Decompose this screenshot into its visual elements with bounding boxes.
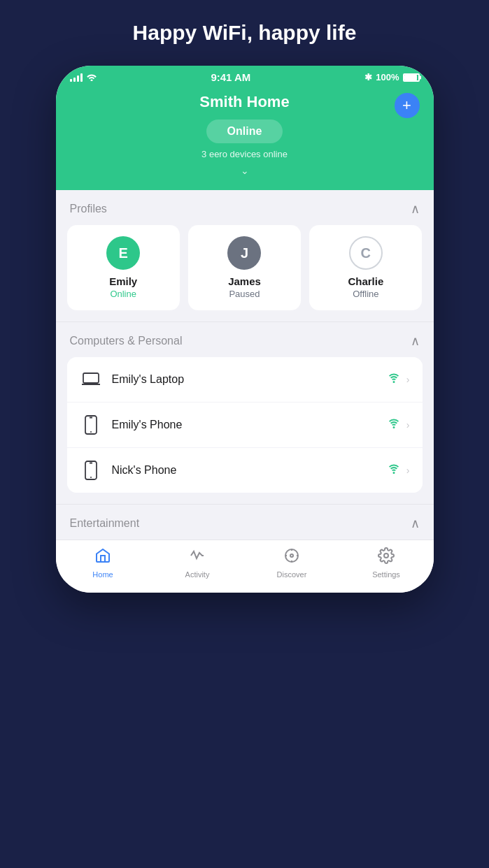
svg-point-6 — [90, 477, 92, 478]
profile-status-emily: Online — [110, 289, 136, 299]
nav-item-activity[interactable]: Activity — [150, 547, 245, 579]
settings-label: Settings — [372, 570, 400, 579]
status-left — [70, 72, 97, 83]
device-item-emilys-phone[interactable]: Emily's Phone › — [67, 403, 423, 448]
nav-item-settings[interactable]: Settings — [339, 547, 434, 579]
discover-icon — [283, 547, 300, 568]
chevron-right-icon-emily-phone: › — [406, 419, 410, 431]
device-list-computers: Emily's Laptop › — [67, 357, 423, 493]
home-icon — [94, 547, 111, 568]
device-name-nicks-phone: Nick's Phone — [112, 464, 387, 477]
wifi-signal-icon-laptop — [387, 372, 401, 387]
chevron-right-icon-nick-phone: › — [406, 465, 410, 476]
activity-icon — [189, 547, 206, 568]
svg-point-13 — [384, 554, 388, 558]
device-right-emilys-laptop: › — [387, 372, 410, 387]
phone-frame: 9:41 AM ✱ 100% Smith Home + Online 3 eer… — [56, 66, 434, 593]
svg-point-7 — [285, 549, 298, 562]
online-badge: Online — [206, 120, 283, 143]
plus-icon: + — [402, 98, 411, 113]
svg-point-8 — [290, 554, 293, 557]
wifi-status-icon — [86, 72, 97, 83]
chevron-right-icon-laptop: › — [406, 374, 410, 385]
profile-status-charlie: Offline — [353, 289, 378, 299]
page-headline: Happy WiFi, happy life — [105, 21, 385, 45]
status-right: ✱ 100% — [364, 72, 419, 82]
profiles-container: E Emily Online J James Paused C Charlie … — [56, 225, 434, 321]
device-right-nicks-phone: › — [387, 463, 410, 478]
profile-card-james[interactable]: J James Paused — [188, 225, 301, 310]
profiles-section-header: Profiles ∧ — [56, 190, 434, 225]
battery-percentage: 100% — [376, 72, 399, 82]
device-item-nicks-phone[interactable]: Nick's Phone › — [67, 448, 423, 493]
computers-collapse-icon[interactable]: ∧ — [411, 333, 420, 349]
bottom-nav: Home Activity Dis — [56, 540, 434, 593]
wifi-signal-icon-emily-phone — [387, 418, 401, 433]
network-name: Smith Home — [199, 93, 289, 111]
profile-name-emily: Emily — [109, 275, 137, 287]
profile-avatar-james: J — [227, 236, 261, 270]
profile-card-charlie[interactable]: C Charlie Offline — [309, 225, 422, 310]
status-bar: 9:41 AM ✱ 100% — [56, 66, 434, 86]
activity-label: Activity — [185, 570, 210, 579]
svg-point-3 — [90, 431, 92, 433]
chevron-down-icon[interactable]: ⌄ — [241, 165, 249, 176]
computers-section: Computers & Personal ∧ Emily's Laptop — [56, 322, 434, 493]
entertainment-section: Entertainment ∧ — [56, 504, 434, 540]
devices-count: 3 eero devices online — [201, 149, 288, 159]
nav-item-home[interactable]: Home — [56, 547, 150, 579]
profiles-section-title: Profiles — [70, 203, 107, 215]
app-header: Smith Home + Online 3 eero devices onlin… — [56, 86, 434, 190]
profile-name-charlie: Charlie — [348, 275, 383, 287]
home-label: Home — [92, 570, 113, 579]
battery-indicator — [403, 73, 420, 82]
discover-label: Discover — [277, 570, 307, 579]
svg-rect-0 — [83, 373, 99, 383]
signal-bars — [70, 73, 83, 82]
profile-card-emily[interactable]: E Emily Online — [67, 225, 180, 310]
profile-avatar-emily: E — [106, 236, 140, 270]
device-name-emilys-phone: Emily's Phone — [112, 419, 387, 431]
profile-status-james: Paused — [229, 289, 260, 299]
computers-section-title: Computers & Personal — [70, 335, 183, 347]
entertainment-section-header: Entertainment ∧ — [56, 505, 434, 540]
wifi-signal-icon-nick-phone — [387, 463, 401, 478]
nav-item-discover[interactable]: Discover — [245, 547, 339, 579]
device-name-emilys-laptop: Emily's Laptop — [112, 373, 387, 386]
bluetooth-icon: ✱ — [364, 72, 372, 82]
device-item-emilys-laptop[interactable]: Emily's Laptop › — [67, 357, 423, 403]
add-button[interactable]: + — [395, 93, 420, 118]
entertainment-section-title: Entertainment — [70, 517, 140, 530]
settings-icon — [378, 547, 395, 568]
profiles-section: Profiles ∧ E Emily Online J James Paused — [56, 190, 434, 321]
phone-icon-nick — [80, 459, 102, 482]
status-time: 9:41 AM — [211, 71, 250, 83]
device-right-emilys-phone: › — [387, 418, 410, 433]
profiles-collapse-icon[interactable]: ∧ — [411, 201, 420, 217]
laptop-icon — [80, 368, 102, 391]
profile-name-james: James — [228, 275, 261, 287]
content-area: Profiles ∧ E Emily Online J James Paused — [56, 190, 434, 540]
computers-section-header: Computers & Personal ∧ — [56, 322, 434, 357]
profile-avatar-charlie: C — [349, 236, 383, 270]
entertainment-collapse-icon[interactable]: ∧ — [411, 516, 420, 531]
phone-icon-emily — [80, 414, 102, 436]
